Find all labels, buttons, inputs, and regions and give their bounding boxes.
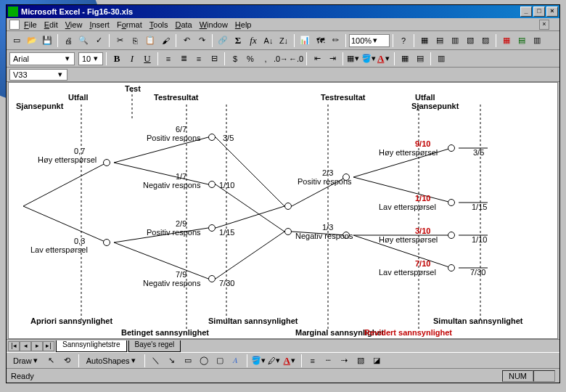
line-style-icon[interactable]: ≡ <box>305 354 320 368</box>
currency-icon[interactable]: $ <box>228 52 242 66</box>
autoshapes-menu[interactable]: AutoShapes ▾ <box>83 354 141 368</box>
grid1-icon[interactable]: ▦ <box>398 52 412 66</box>
tab-nav-prev[interactable]: ◂ <box>20 341 31 351</box>
font-combo[interactable]: Arial▾ <box>9 52 75 65</box>
oval-icon[interactable]: ◯ <box>197 354 211 368</box>
fill-color-icon[interactable]: 🪣▾ <box>361 52 376 66</box>
save-icon[interactable]: 💾 <box>40 33 54 48</box>
underline-button[interactable]: U <box>140 52 155 66</box>
cut-icon[interactable]: ✂ <box>112 33 127 48</box>
name-box[interactable]: V33▾ <box>9 69 67 81</box>
arrow-icon[interactable]: ↘ <box>165 354 179 368</box>
extra5-icon[interactable]: ▨ <box>478 33 493 48</box>
drawing-toggle-icon[interactable]: ✏ <box>328 33 343 48</box>
map-icon[interactable]: 🗺 <box>313 33 327 48</box>
extra3-icon[interactable]: ▥ <box>448 33 462 48</box>
print-icon[interactable]: 🖨 <box>61 33 75 48</box>
menu-window[interactable]: Window <box>200 20 228 29</box>
title-bar[interactable]: Microsoft Excel - Fig16-30.xls _ □ × <box>7 5 559 18</box>
borders-icon[interactable]: ▦▾ <box>346 52 361 66</box>
chevron-down-icon[interactable]: ▾ <box>372 36 379 45</box>
menu-tools[interactable]: Tools <box>149 20 168 29</box>
extra1-icon[interactable]: ▦ <box>417 33 432 48</box>
undo-icon[interactable]: ↶ <box>179 33 194 48</box>
chevron-down-icon[interactable]: ▾ <box>57 70 64 79</box>
tab-active[interactable]: Sannsynlighetstre <box>56 340 127 352</box>
redo-icon[interactable]: ↷ <box>194 33 209 48</box>
worksheet-area[interactable]: Test Utfall Sjansepunkt Testresultat Tes… <box>8 82 558 339</box>
menu-view[interactable]: View <box>65 20 83 29</box>
rectangle-icon[interactable]: ▭ <box>181 354 195 368</box>
textbox-icon[interactable]: ▢ <box>213 354 227 368</box>
menu-insert[interactable]: Insert <box>89 20 110 29</box>
chevron-down-icon[interactable]: ▾ <box>64 54 71 63</box>
rotate-icon[interactable]: ⟲ <box>60 354 75 368</box>
menu-data[interactable]: Data <box>175 20 192 29</box>
dash-style-icon[interactable]: ┄ <box>321 354 336 368</box>
copy-icon[interactable]: ⎘ <box>128 33 142 48</box>
3d-icon[interactable]: ◪ <box>369 354 384 368</box>
increase-indent-icon[interactable]: ⇥ <box>325 52 340 66</box>
line-color-icon[interactable]: 🖊▾ <box>267 354 282 368</box>
extra2-icon[interactable]: ▤ <box>432 33 447 48</box>
tab-nav-next[interactable]: ▸ <box>31 341 43 351</box>
print-preview-icon[interactable]: 🔍 <box>76 33 91 48</box>
shadow-icon[interactable]: ▧ <box>353 354 368 368</box>
decrease-decimal-icon[interactable]: ←.0 <box>289 52 303 66</box>
status-bar: Ready NUM <box>7 368 559 383</box>
help-icon[interactable]: ? <box>396 33 411 48</box>
spellcheck-icon[interactable]: ✓ <box>91 33 106 48</box>
tab-nav-first[interactable]: |◂ <box>8 341 20 351</box>
extra8-icon[interactable]: ▥ <box>530 33 544 48</box>
align-right-icon[interactable]: ≡ <box>192 52 206 66</box>
increase-decimal-icon[interactable]: .0→ <box>274 52 288 66</box>
font-color-icon[interactable]: A▾ <box>377 52 391 66</box>
zoom-combo[interactable]: 100%▾ <box>349 34 390 47</box>
paste-icon[interactable]: 📋 <box>143 33 157 48</box>
merge-center-icon[interactable]: ⊟ <box>207 52 221 66</box>
close-button[interactable]: × <box>546 7 558 17</box>
select-objects-icon[interactable]: ↖ <box>44 354 59 368</box>
grid3-icon[interactable]: ▥ <box>434 52 448 66</box>
comma-icon[interactable]: , <box>258 52 273 66</box>
align-left-icon[interactable]: ≡ <box>161 52 176 66</box>
percent-icon[interactable]: % <box>243 52 258 66</box>
fill-color-draw-icon[interactable]: 🪣▾ <box>251 354 266 368</box>
decrease-indent-icon[interactable]: ⇤ <box>310 52 324 66</box>
open-icon[interactable]: 📂 <box>25 33 39 48</box>
menu-help[interactable]: Help <box>235 20 252 29</box>
hyperlink-icon[interactable]: 🔗 <box>216 33 230 48</box>
draw-menu[interactable]: Draw ▾ <box>9 354 43 368</box>
chance-node <box>208 224 216 232</box>
minimize-button[interactable]: _ <box>520 7 532 17</box>
tab-nav-last[interactable]: ▸| <box>43 341 54 351</box>
menu-edit[interactable]: Edit <box>44 20 58 29</box>
document-icon[interactable] <box>9 20 20 30</box>
bold-button[interactable]: B <box>110 52 124 66</box>
arrow-style-icon[interactable]: ⇢ <box>337 354 352 368</box>
chart-icon[interactable]: 📊 <box>298 33 312 48</box>
align-center-icon[interactable]: ≣ <box>176 52 191 66</box>
tab-bayes[interactable]: Baye's regel <box>128 340 181 352</box>
format-painter-icon[interactable]: 🖌 <box>158 33 173 48</box>
maximize-button[interactable]: □ <box>533 7 545 17</box>
doc-close-button[interactable]: × <box>539 20 549 30</box>
chance-node <box>103 239 110 246</box>
grid2-icon[interactable]: ▤ <box>413 52 427 66</box>
extra6-icon[interactable]: ▦ <box>499 33 514 48</box>
chevron-down-icon[interactable]: ▾ <box>92 54 99 63</box>
font-size-combo[interactable]: 10▾ <box>78 52 103 65</box>
new-icon[interactable]: ▭ <box>9 33 24 48</box>
italic-button[interactable]: I <box>125 52 139 66</box>
menu-file[interactable]: File <box>24 20 37 29</box>
extra7-icon[interactable]: ▤ <box>514 33 529 48</box>
menu-format[interactable]: Format <box>117 20 142 29</box>
sort-asc-icon[interactable]: A↓ <box>261 33 276 48</box>
function-icon[interactable]: fx <box>246 33 261 48</box>
autosum-icon[interactable]: Σ <box>231 33 245 48</box>
font-color-draw-icon[interactable]: A▾ <box>283 354 298 368</box>
sort-desc-icon[interactable]: Z↓ <box>276 33 291 48</box>
wordart-icon[interactable]: 𝐴 <box>229 354 243 368</box>
line-icon[interactable]: ＼ <box>149 354 163 368</box>
extra4-icon[interactable]: ▧ <box>463 33 477 48</box>
